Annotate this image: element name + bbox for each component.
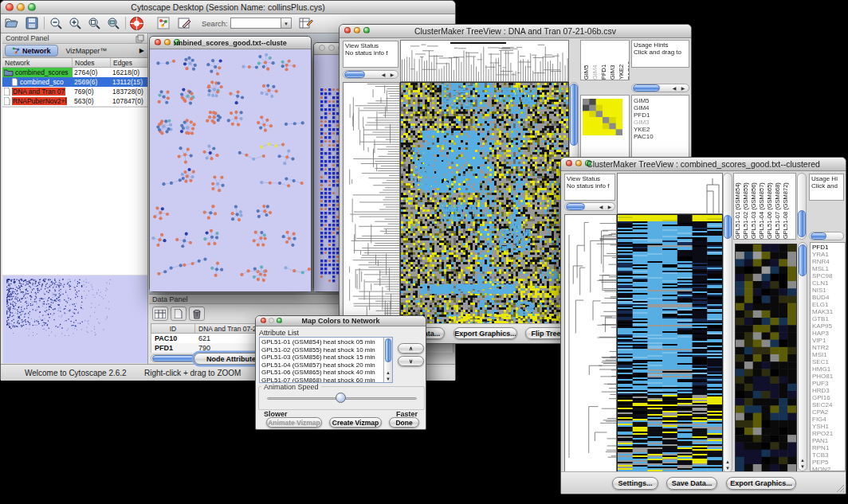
column-label[interactable]: GIM4 — [591, 41, 599, 80]
network-row-combined-scores[interactable]: combined_scores 2764(0) 16218(0) — [2, 68, 147, 77]
delete-attribute-trash-icon[interactable] — [189, 307, 205, 321]
network-table-header[interactable]: Network Nodes Edges — [2, 58, 147, 68]
column-label[interactable]: GPL51-04 (GSM857) — [758, 174, 766, 239]
scroll-right-icon[interactable] — [680, 86, 686, 91]
row-label[interactable]: GIM4 — [634, 104, 687, 111]
column-label[interactable]: PAC10 — [626, 41, 630, 80]
row-label[interactable]: GIM5 — [634, 97, 687, 104]
scroll-left-icon[interactable] — [380, 72, 387, 77]
network-row-combined-sco-selected[interactable]: combined_sco 2569(6) 13112(15) — [2, 77, 147, 87]
network-row-dna-tran[interactable]: DNA and Tran 07 769(0) 183728(0) — [2, 87, 147, 96]
scroll-up-icon[interactable] — [799, 458, 806, 463]
scroll-right-icon[interactable] — [607, 205, 613, 209]
gene-label[interactable]: PHO81 — [812, 373, 843, 380]
column-label[interactable]: GIM3 — [609, 41, 617, 80]
gene-label[interactable]: RNR4 — [812, 258, 843, 265]
attribute-item[interactable]: GPL51-03 (GSM856) heat shock 15 min — [261, 354, 391, 361]
attribute-item[interactable]: GPL51-02 (GSM855) heat shock 10 min — [261, 346, 391, 354]
gene-label[interactable]: PAN1 — [812, 437, 843, 444]
scroll-down-icon[interactable] — [385, 377, 391, 381]
gene-label[interactable]: CPA2 — [812, 408, 843, 416]
scroll-down-icon[interactable] — [799, 464, 806, 469]
scrollbar-thumb[interactable] — [724, 215, 732, 239]
network-row-rnapuber[interactable]: RNAPuberNov2+l 563(0) 107847(0) — [2, 96, 147, 106]
export-graphics-button[interactable]: Export Graphics... — [726, 477, 796, 490]
search-input[interactable] — [230, 18, 281, 29]
attribute-item[interactable]: GPL51-01 (GSM854) heat shock 05 min — [261, 338, 391, 346]
tv1-heatmap[interactable] — [400, 82, 569, 325]
gene-label[interactable]: MSL1 — [812, 265, 843, 272]
gene-label[interactable]: YRA1 — [812, 251, 843, 258]
tab-network[interactable]: Network — [5, 45, 58, 57]
annotation-icon[interactable] — [178, 17, 191, 29]
close-icon[interactable] — [566, 160, 572, 166]
column-label[interactable]: GPL51-02 (GSM855) — [742, 174, 750, 239]
move-up-button[interactable]: ∧ — [398, 343, 424, 354]
gene-label[interactable]: RPO21 — [812, 430, 843, 437]
zoom-fit-icon[interactable] — [107, 17, 120, 29]
gene-label[interactable]: FIG4 — [812, 416, 843, 423]
column-label[interactable]: GPL51-08 (GSM872) — [782, 174, 790, 239]
scrollbar-thumb[interactable] — [344, 71, 365, 78]
tv1-hints-hscrollbar[interactable] — [631, 84, 689, 92]
gene-label[interactable]: PFD1 — [812, 244, 843, 251]
close-icon[interactable] — [261, 318, 266, 323]
scroll-right-icon[interactable] — [389, 72, 395, 77]
network-list-empty-area[interactable] — [2, 107, 147, 275]
row-label[interactable]: PAC10 — [634, 133, 687, 140]
scroll-down-icon[interactable] — [724, 466, 731, 471]
gene-label[interactable]: ELG1 — [812, 301, 843, 308]
scrollbar-thumb[interactable] — [566, 203, 585, 210]
settings-button[interactable]: Settings... — [612, 477, 658, 490]
column-label[interactable]: GPL51-06 (GSM865) — [766, 174, 774, 239]
minimize-icon[interactable] — [575, 160, 582, 166]
tv2-row-dendrogram[interactable] — [564, 214, 617, 473]
tv2-gene-hscrollbar[interactable] — [809, 232, 844, 240]
gene-label[interactable]: RPN1 — [812, 444, 843, 451]
gene-label[interactable]: SEC24 — [812, 401, 843, 408]
search-dropdown-icon[interactable]: ▼ — [281, 18, 292, 29]
zoom-in-icon[interactable] — [69, 17, 82, 29]
gene-label[interactable]: TCB3 — [812, 451, 843, 459]
tv2-heatmap[interactable] — [617, 214, 723, 473]
column-label[interactable]: GIM5 — [583, 41, 591, 80]
minimize-icon[interactable] — [164, 39, 171, 45]
column-label[interactable]: GPL51-01 (GSM854) — [734, 174, 742, 239]
attribute-item[interactable]: GPL51-06 (GSM865) heat shock 40 min — [261, 369, 391, 377]
export-graphics-button[interactable]: Export Graphics... — [453, 327, 517, 339]
scroll-left-icon[interactable] — [671, 86, 677, 91]
tab-overflow-icon[interactable]: ▶ — [139, 47, 144, 54]
save-icon[interactable] — [26, 17, 38, 29]
gene-label[interactable]: MSI1 — [812, 351, 843, 358]
vizmapper-icon[interactable] — [157, 17, 170, 29]
row-label[interactable]: PFD1 — [634, 111, 687, 119]
tv1-yellow-matrix[interactable] — [583, 99, 622, 135]
resize-grip-icon[interactable] — [835, 483, 845, 493]
treeview2-titlebar[interactable]: ClusterMaker TreeView : combined_scores_… — [561, 158, 846, 171]
scroll-up-icon[interactable] — [385, 370, 391, 375]
attribute-item[interactable]: GPL51-07 (GSM868) heat shock 60 min — [261, 377, 391, 384]
import-table-icon[interactable] — [299, 17, 313, 29]
gene-label[interactable]: SPC98 — [812, 272, 843, 279]
tv1-status-hscrollbar[interactable] — [343, 70, 398, 79]
gene-label[interactable]: PUF3 — [812, 380, 843, 387]
close-icon[interactable] — [155, 39, 161, 45]
gene-label[interactable]: NIS1 — [812, 287, 843, 294]
gene-label[interactable]: VIP1 — [812, 337, 843, 344]
network-view-titlebar[interactable]: combined_scores_good.txt--cluste... — [150, 37, 311, 49]
scrollbar-thumb[interactable] — [570, 84, 578, 146]
scrollbar-thumb[interactable] — [811, 232, 826, 240]
animate-vizmap-button[interactable]: Animate Vizmap — [266, 417, 322, 428]
gene-label[interactable]: KAP95 — [812, 322, 843, 330]
gene-label[interactable]: BUD4 — [812, 294, 843, 301]
network-overview-canvas[interactable] — [3, 275, 147, 363]
attribute-select-icon[interactable] — [152, 307, 168, 321]
column-label[interactable]: GPL51-07 (GSM868) — [774, 174, 782, 239]
tv2-genelist-vscrollbar[interactable] — [798, 242, 807, 471]
minimize-icon[interactable] — [354, 27, 360, 33]
minimize-icon[interactable] — [17, 3, 25, 11]
gene-label[interactable]: HRD3 — [812, 387, 843, 394]
minimize-icon[interactable] — [328, 45, 335, 51]
zoom-selected-icon[interactable] — [88, 17, 101, 29]
tab-vizmapper[interactable]: VizMapper™ — [58, 47, 116, 55]
